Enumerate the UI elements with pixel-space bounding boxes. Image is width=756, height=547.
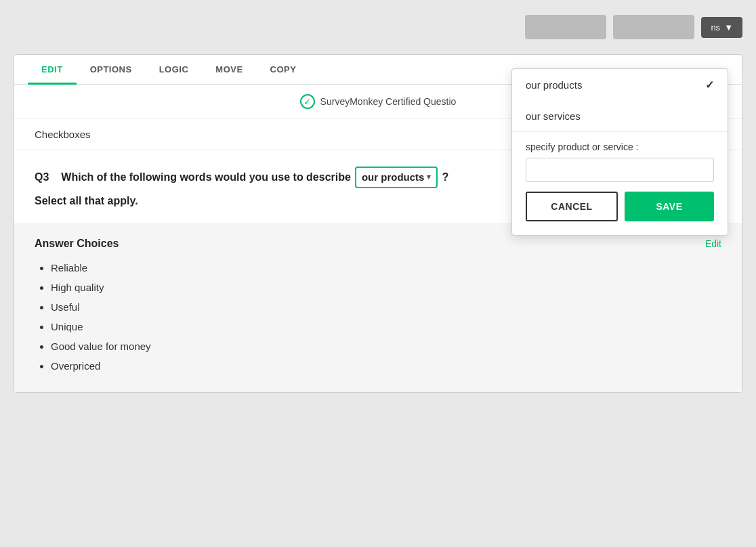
check-mark-icon: ✓ xyxy=(705,79,714,91)
certified-icon: ✓ xyxy=(300,94,315,109)
dropdown-value: our products xyxy=(362,169,425,185)
list-item: Good value for money xyxy=(51,339,721,353)
question-text-after: ? xyxy=(442,169,448,185)
action-buttons: CANCEL SAVE xyxy=(512,182,728,221)
cancel-button[interactable]: CANCEL xyxy=(526,192,618,221)
answer-list: Reliable High quality Useful Unique Good… xyxy=(35,261,721,373)
answer-edit-link[interactable]: Edit xyxy=(705,238,721,249)
list-item: Unique xyxy=(51,320,721,334)
question-number: Q3 xyxy=(35,169,49,186)
specify-input[interactable] xyxy=(526,158,714,182)
answer-section: Answer Choices Edit Reliable High qualit… xyxy=(14,224,742,392)
tab-move[interactable]: MOVE xyxy=(202,55,256,84)
dropdown-arrow-icon: ▾ xyxy=(427,171,431,183)
tab-edit[interactable]: EDIT xyxy=(28,55,77,84)
tab-logic[interactable]: LOGIC xyxy=(146,55,203,84)
ns-dropdown[interactable]: ns ▼ xyxy=(701,17,742,38)
tab-copy[interactable]: COPY xyxy=(257,55,310,84)
question-text-before: Which of the following words would you u… xyxy=(61,169,351,185)
tab-options[interactable]: OPTIONS xyxy=(77,55,146,84)
list-item: Overpriced xyxy=(51,359,721,373)
top-bar-placeholder-2 xyxy=(613,15,694,39)
dropdown-option-label: our products xyxy=(526,79,582,91)
save-button[interactable]: SAVE xyxy=(625,192,714,221)
question-type-label: Checkboxes xyxy=(35,129,91,140)
list-item: Useful xyxy=(51,300,721,314)
top-bar-placeholder-1 xyxy=(525,15,606,39)
top-bar: ns ▼ xyxy=(0,0,756,54)
main-card: EDIT OPTIONS LOGIC MOVE COPY ✓ SurveyMon… xyxy=(14,54,742,393)
question-dropdown-pill[interactable]: our products ▾ xyxy=(355,167,438,188)
dropdown-option-label: our services xyxy=(526,110,581,122)
dropdown-overlay: our products ✓ our services specify prod… xyxy=(511,68,728,236)
specify-label: specify product or service : xyxy=(512,132,728,158)
answer-title: Answer Choices xyxy=(35,238,119,250)
ns-arrow-icon: ▼ xyxy=(724,22,733,32)
dropdown-option-our-products[interactable]: our products ✓ xyxy=(512,69,728,101)
list-item: High quality xyxy=(51,280,721,294)
ns-label: ns xyxy=(711,22,720,32)
answer-header: Answer Choices Edit xyxy=(35,238,721,250)
list-item: Reliable xyxy=(51,261,721,275)
certified-text: SurveyMonkey Certified Questio xyxy=(320,96,457,107)
dropdown-option-our-services[interactable]: our services xyxy=(512,101,728,131)
